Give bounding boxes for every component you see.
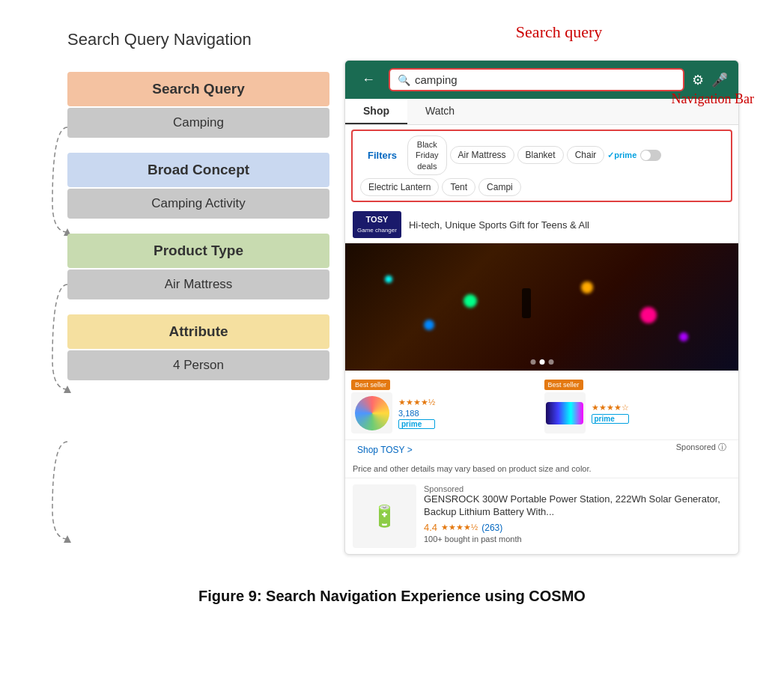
air-mattress-filter[interactable]: Air Mattress — [450, 146, 514, 164]
right-panel: Search query Navigation Bar ← 🔍 camping … — [344, 30, 739, 555]
review-count-1: 3,188 — [398, 409, 435, 418]
attribute-header: Attribute — [67, 314, 329, 349]
dot-3[interactable] — [548, 359, 553, 365]
sponsored-tag: Sponsored — [424, 484, 731, 493]
figure-caption: Figure 9: Search Navigation Experience u… — [183, 588, 601, 605]
price-disclaimer: Price and other details may vary based o… — [345, 460, 738, 478]
product-type-block: Product Type Air Mattress — [67, 234, 329, 299]
product-row: Best seller ★★★★½ 3,188 prime — [345, 371, 738, 440]
light-cyan — [385, 275, 392, 283]
broad-concept-value: Camping Activity — [67, 189, 329, 219]
product-thumb-1 — [351, 392, 392, 433]
microphone-icon[interactable]: 🎤 — [711, 72, 728, 88]
light-orange — [581, 281, 593, 293]
electric-lantern-filter[interactable]: Electric Lantern — [360, 178, 439, 196]
amazon-mockup: ← 🔍 camping ⚙ 🎤 Shop Watch — [344, 60, 739, 555]
blanket-filter[interactable]: Blanket — [517, 146, 564, 164]
dot-1[interactable] — [530, 359, 535, 365]
search-query-annotation: Search query — [516, 22, 602, 42]
nav-item-shop[interactable]: Shop — [345, 99, 407, 124]
filters-button[interactable]: Filters — [360, 147, 404, 164]
search-query-value: Camping — [67, 108, 329, 138]
prime-toggle-switch[interactable] — [640, 150, 661, 161]
person-silhouette — [522, 288, 531, 318]
product-stars: ★★★★½ — [441, 523, 478, 532]
black-friday-filter[interactable]: BlackFridaydeals — [407, 136, 447, 175]
left-panel-title: Search Query Navigation — [67, 30, 329, 49]
prime-toggle[interactable]: ✓prime — [607, 150, 661, 161]
navigation-bar-annotation: Navigation Bar — [672, 91, 754, 107]
back-button[interactable]: ← — [356, 69, 381, 91]
prime-badge-1: prime — [398, 419, 435, 429]
sponsored-label: Sponsored ⓘ — [670, 442, 732, 458]
product-type-header: Product Type — [67, 234, 329, 268]
product-details: Sponsored GENSROCK 300W Portable Power S… — [424, 484, 731, 544]
best-seller-badge-2: Best seller — [544, 380, 583, 390]
settings-icon[interactable]: ⚙ — [692, 72, 704, 88]
stars-2: ★★★★☆ — [592, 403, 629, 412]
tosy-description: Hi-tech, Unique Sports Gift for Teens & … — [409, 219, 589, 231]
product-type-value: Air Mattress — [67, 270, 329, 299]
carousel-dots — [530, 359, 553, 365]
sponsored-product: 🔋 Sponsored GENSROCK 300W Portable Power… — [345, 478, 738, 554]
main-container: Search Query Navigation Search Query Cam… — [15, 15, 769, 605]
tosy-logo: TOSY Game changer — [353, 211, 401, 238]
light-blue — [424, 320, 434, 330]
search-input-value[interactable]: camping — [415, 73, 675, 86]
stars-1: ★★★★½ — [398, 398, 435, 407]
hero-image — [345, 243, 738, 371]
product-thumb-2 — [544, 392, 586, 433]
circle-product — [355, 396, 389, 430]
attribute-block: Attribute 4 Person — [67, 314, 329, 380]
product-name[interactable]: GENSROCK 300W Portable Power Station, 22… — [424, 493, 731, 519]
attribute-value: 4 Person — [67, 350, 329, 380]
product-info-2: ★★★★☆ prime — [592, 403, 629, 424]
light-green — [464, 294, 477, 308]
prime-label: ✓prime — [607, 150, 636, 160]
product-card-2: Best seller ★★★★☆ prime — [544, 377, 733, 433]
shop-tosy-link[interactable]: Shop TOSY > — [351, 442, 419, 458]
search-query-header: Search Query — [67, 72, 329, 106]
chair-filter[interactable]: Chair — [567, 146, 605, 164]
toggle-knob — [641, 150, 651, 160]
campi-filter[interactable]: Campi — [478, 178, 521, 196]
product-card-1: Best seller ★★★★½ 3,188 prime — [351, 377, 540, 433]
svg-marker-1 — [64, 386, 71, 393]
product-reviews: (263) — [481, 523, 502, 533]
bought-text: 100+ bought in past month — [424, 535, 731, 544]
svg-marker-2 — [64, 535, 71, 543]
search-query-block: Search Query Camping — [67, 72, 329, 138]
search-icon: 🔍 — [398, 74, 410, 86]
tent-filter[interactable]: Tent — [442, 178, 475, 196]
light-pink — [640, 307, 657, 323]
product-rating-row: 4.4 ★★★★½ (263) — [424, 522, 731, 533]
rating-number: 4.4 — [424, 522, 437, 533]
content-area: Search Query Navigation Search Query Cam… — [15, 15, 769, 570]
product-info-1: ★★★★½ 3,188 prime — [398, 398, 435, 429]
dot-2[interactable] — [539, 359, 544, 365]
product-footer-row: Shop TOSY > Sponsored ⓘ — [345, 440, 738, 460]
prime-badge-2: prime — [592, 414, 629, 424]
search-bar: 🔍 camping — [389, 68, 684, 91]
nav-item-watch[interactable]: Watch — [407, 99, 472, 124]
strip-product — [546, 402, 583, 424]
best-seller-badge-1: Best seller — [351, 380, 390, 390]
generator-image: 🔋 — [353, 484, 416, 548]
filters-row: Filters BlackFridaydeals Air Mattress Bl… — [351, 130, 732, 202]
light-purple — [679, 332, 688, 341]
tosy-banner: TOSY Game changer Hi-tech, Unique Sports… — [345, 207, 738, 243]
broad-concept-block: Broad Concept Camping Activity — [67, 153, 329, 219]
left-panel: Search Query Navigation Search Query Cam… — [45, 30, 329, 555]
broad-concept-header: Broad Concept — [67, 153, 329, 187]
